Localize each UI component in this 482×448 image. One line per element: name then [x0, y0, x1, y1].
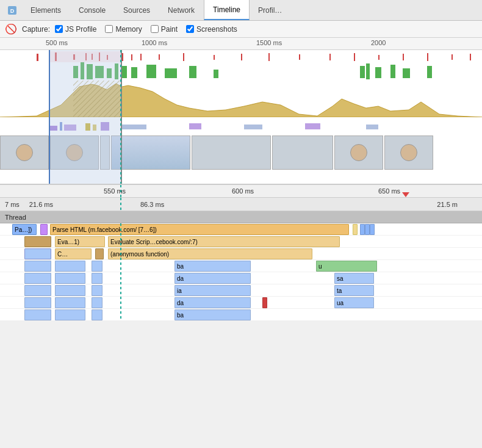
paint-checkbox[interactable]: Paint [151, 25, 178, 34]
timeline-overview[interactable]: 500 ms 1000 ms 1500 ms 2000 [0, 38, 482, 184]
flame-block-row5-2[interactable] [55, 285, 85, 296]
ruler-tick-500: 500 ms [46, 39, 68, 46]
ruler-tick-1000: 1000 ms [142, 39, 167, 46]
record-button[interactable]: 🚫 [5, 23, 17, 35]
flame-chart[interactable]: Pa…]) Parse HTML (m.facebook.com/ [7…6])… [0, 223, 482, 321]
svg-rect-39 [366, 63, 370, 79]
memory-checkbox[interactable]: Memory [105, 25, 142, 34]
flame-block-row2-small[interactable] [95, 248, 104, 259]
svg-rect-21 [403, 54, 404, 60]
tab-profiles[interactable]: Profil… [250, 0, 291, 20]
flame-row-6: da ua [0, 297, 482, 309]
flame-block-sa[interactable]: sa [334, 273, 374, 284]
cursor-line-overview [120, 50, 121, 184]
flame-block-eva[interactable]: Eva…1) [55, 236, 105, 247]
tab-console[interactable]: Console [70, 0, 115, 20]
flame-block-red[interactable] [262, 297, 267, 308]
flame-block-ba-2[interactable]: ba [174, 309, 251, 320]
flame-block-row2-1[interactable] [24, 248, 51, 259]
screenshot-thumb-4 [111, 135, 190, 170]
flame-block-row4-3[interactable] [92, 273, 103, 284]
svg-rect-13 [183, 53, 184, 61]
svg-rect-40 [375, 67, 381, 78]
flame-block-small-4[interactable] [370, 224, 375, 235]
capture-options: JS Profile Memory Paint Screenshots [55, 25, 237, 34]
flame-block-ba[interactable]: ba [174, 261, 251, 272]
flame-row-0: Pa…]) Parse HTML (m.facebook.com/ [7…6]) [0, 223, 482, 236]
svg-rect-38 [360, 66, 365, 78]
selection-overlay[interactable] [49, 50, 122, 184]
flame-block-row3-3[interactable] [92, 261, 103, 272]
screenshots-checkbox[interactable]: Screenshots [186, 25, 237, 34]
overview-canvas[interactable] [0, 50, 482, 184]
screenshot-thumb-7 [334, 135, 383, 170]
svg-rect-37 [214, 70, 218, 78]
js-profile-checkbox[interactable]: JS Profile [55, 25, 96, 34]
summary-7ms: 7 ms [5, 201, 20, 208]
svg-rect-12 [159, 54, 160, 60]
flame-block-anonymous[interactable]: (anonymous function) [108, 248, 312, 259]
ruler-tick-2000: 2000 [371, 39, 386, 46]
flame-block-row5-3[interactable] [92, 285, 103, 296]
flame-block-da-2[interactable]: da [174, 297, 251, 308]
svg-rect-23 [451, 54, 453, 60]
flame-row-3: ba u [0, 260, 482, 272]
svg-rect-16 [268, 53, 270, 61]
tab-elements[interactable]: Elements [22, 0, 70, 20]
flame-block-c[interactable]: C… [55, 248, 92, 259]
flame-block-small-1[interactable] [353, 224, 358, 235]
tab-sources[interactable]: Sources [115, 0, 159, 20]
flame-block-pa[interactable]: Pa…]) [12, 224, 37, 235]
flame-block-ta[interactable]: ta [334, 285, 374, 296]
flame-block-ia[interactable]: ia [174, 285, 251, 296]
flame-block-row6-3[interactable] [92, 297, 103, 308]
svg-rect-53 [122, 125, 146, 129]
flame-block-purple-1[interactable] [40, 224, 48, 235]
flame-block-row7-2[interactable] [55, 309, 85, 320]
svg-rect-18 [329, 54, 331, 60]
flame-row-4: da sa [0, 272, 482, 284]
screenshot-thumb-6 [272, 135, 333, 170]
time-detail-bar: 550 ms 600 ms 650 ms [0, 184, 482, 198]
svg-rect-43 [427, 66, 432, 78]
flame-block-small-2[interactable] [360, 224, 365, 235]
svg-rect-36 [189, 66, 196, 78]
flame-block-ua[interactable]: ua [334, 297, 374, 308]
capture-label: Capture: [22, 25, 50, 34]
flame-block-row3-2[interactable] [55, 261, 85, 272]
svg-rect-54 [189, 123, 201, 129]
screenshot-thumb-1 [0, 135, 49, 170]
flame-block-eva-container[interactable] [24, 236, 51, 247]
cursor-marker [402, 192, 409, 197]
flame-block-row6-1[interactable] [24, 297, 51, 308]
cursor-line-detail [120, 185, 121, 198]
svg-rect-9 [122, 53, 123, 61]
flame-row-5: ia ta [0, 284, 482, 297]
svg-text:D: D [10, 8, 15, 14]
svg-rect-41 [390, 65, 395, 78]
summary-21ms: 21.6 ms [29, 201, 53, 208]
devtools-icon: D [2, 0, 22, 20]
flame-block-row4-1[interactable] [24, 273, 51, 284]
svg-rect-42 [403, 68, 410, 78]
flame-block-u[interactable]: u [316, 261, 377, 272]
flame-block-row6-2[interactable] [55, 297, 85, 308]
detail-tick-600: 600 ms [232, 187, 254, 195]
flame-block-small-3[interactable] [365, 224, 370, 235]
tab-network[interactable]: Network [159, 0, 204, 20]
flame-block-parse-html[interactable]: Parse HTML (m.facebook.com/ [7…6]) [50, 224, 349, 235]
flame-block-row7-1[interactable] [24, 309, 51, 320]
flame-block-row4-2[interactable] [55, 273, 85, 284]
toolbar: 🚫 Capture: JS Profile Memory Paint Scree… [0, 21, 482, 38]
flame-block-evaluate-script[interactable]: Evaluate Scrip…cebook.com/:7) [108, 236, 340, 247]
svg-rect-2 [37, 54, 38, 61]
tab-timeline[interactable]: Timeline [204, 0, 250, 20]
flame-block-row3-1[interactable] [24, 261, 51, 272]
flame-block-row5-1[interactable] [24, 285, 51, 296]
svg-rect-19 [354, 53, 355, 61]
svg-rect-57 [366, 125, 378, 129]
flame-block-row7-3[interactable] [92, 309, 103, 320]
flame-block-da-1[interactable]: da [174, 273, 251, 284]
summary-86ms: 86.3 ms [140, 201, 164, 208]
svg-rect-17 [299, 54, 300, 60]
